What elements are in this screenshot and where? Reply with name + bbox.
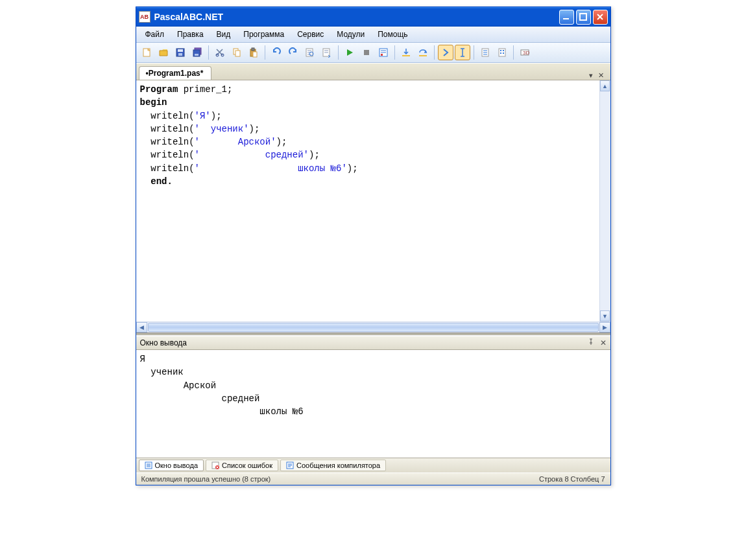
open-folder-icon — [158, 47, 169, 58]
svg-rect-21 — [381, 54, 383, 56]
status-bar: Компиляция прошла успешно (8 строк) Стро… — [136, 472, 610, 485]
output-line: Я — [140, 354, 145, 364]
scroll-right-icon[interactable]: ▶ — [599, 322, 610, 332]
tab-output[interactable]: Окно вывода — [139, 460, 204, 471]
open-button[interactable] — [156, 45, 171, 60]
writeln-call: writeln — [150, 163, 189, 174]
redo-button[interactable] — [285, 45, 301, 60]
minimize-icon — [562, 13, 570, 21]
format2-button[interactable] — [494, 45, 510, 60]
format1-button[interactable] — [477, 45, 493, 60]
svg-rect-8 — [195, 54, 199, 56]
paste-button[interactable] — [246, 45, 261, 60]
tab-errors[interactable]: Список ошибок — [206, 460, 278, 471]
menu-bar: Файл Правка Вид Программа Сервис Модули … — [136, 27, 610, 43]
scroll-down-icon[interactable]: ▼ — [600, 310, 610, 321]
compile-status: Компиляция прошла успешно (8 строк) — [141, 475, 539, 483]
output-tab-icon — [145, 461, 152, 469]
cut-button[interactable] — [212, 45, 228, 60]
doc-icon — [480, 47, 490, 58]
title-bar: AB PascalABC.NET — [136, 7, 610, 27]
code-editor[interactable]: Program primer_1; begin writeln('Я'); wr… — [136, 80, 599, 321]
pin-icon[interactable] — [588, 338, 595, 347]
writeln-call: writeln — [150, 150, 189, 160]
maximize-icon — [579, 13, 587, 21]
menu-service[interactable]: Сервис — [291, 28, 330, 41]
window-title: PascalABC.NET — [154, 12, 559, 22]
tab-label: Сообщения компилятора — [296, 461, 380, 469]
svg-rect-26 — [500, 50, 501, 51]
toolbar-separator — [434, 45, 435, 60]
settings-button[interactable]: 3D — [517, 45, 533, 60]
stepinto-button[interactable] — [398, 45, 414, 60]
run-button[interactable] — [342, 45, 357, 60]
replace-button[interactable] — [319, 45, 335, 60]
saveall-button[interactable] — [189, 45, 205, 60]
cursor-position: Строка 8 Столбец 7 — [539, 475, 605, 483]
compile-icon — [378, 47, 389, 58]
save-button[interactable] — [173, 45, 188, 60]
tab-label: •Program1.pas* — [146, 69, 204, 78]
close-button[interactable] — [593, 10, 608, 25]
tab-compiler-messages[interactable]: Сообщения компилятора — [280, 460, 386, 471]
string-literal: ученик — [200, 124, 243, 134]
tab-close[interactable]: ✕ — [598, 71, 604, 80]
horizontal-scrollbar[interactable]: ◀ ▶ — [136, 321, 610, 332]
stop-button[interactable] — [359, 45, 374, 60]
output-line: Арской — [140, 380, 217, 391]
svg-rect-28 — [500, 52, 501, 54]
svg-rect-25 — [499, 49, 505, 56]
find-button[interactable] — [302, 45, 318, 60]
scroll-left-icon[interactable]: ◀ — [136, 322, 147, 332]
svg-rect-15 — [253, 52, 257, 57]
errors-tab-icon — [211, 461, 219, 469]
svg-rect-4 — [178, 49, 183, 52]
close-icon — [596, 13, 604, 21]
undo-button[interactable] — [269, 45, 284, 60]
toggle1-button[interactable] — [438, 45, 453, 60]
stepover-button[interactable] — [415, 45, 431, 60]
cursor-icon — [457, 47, 468, 58]
svg-rect-27 — [503, 50, 504, 51]
menu-view[interactable]: Вид — [210, 28, 237, 41]
output-panel-title: Окно вывода — [140, 338, 588, 347]
toolbar-separator — [394, 45, 395, 60]
output-panel-body: Я ученик Арской средней школы №6 — [136, 350, 610, 458]
toolbar-separator — [513, 45, 514, 60]
menu-program[interactable]: Программа — [237, 28, 291, 41]
string-literal: средней — [200, 150, 304, 160]
code-text: primer_1; — [178, 84, 232, 95]
step-into-icon — [401, 47, 411, 58]
vertical-scrollbar[interactable]: ▲ ▼ — [599, 80, 610, 321]
toolbar-separator — [338, 45, 339, 60]
toolbar: 3D — [136, 43, 610, 63]
panel-close-icon[interactable]: ✕ — [600, 338, 607, 347]
floppy-icon — [175, 47, 186, 58]
scroll-up-icon[interactable]: ▲ — [600, 80, 610, 91]
menu-modules[interactable]: Модули — [330, 28, 371, 41]
menu-edit[interactable]: Правка — [171, 28, 210, 41]
svg-rect-12 — [235, 51, 240, 56]
compile-button[interactable] — [376, 45, 391, 60]
menu-help[interactable]: Помощь — [371, 28, 414, 41]
writeln-call: writeln — [150, 137, 189, 147]
tab-label: Список ошибок — [222, 461, 272, 469]
gear-icon: 3D — [520, 47, 530, 58]
toolbar-separator — [265, 45, 265, 60]
menu-file[interactable]: Файл — [139, 28, 171, 41]
new-button[interactable] — [139, 45, 154, 60]
new-file-icon — [141, 47, 152, 58]
copy-button[interactable] — [229, 45, 245, 60]
writeln-call: writeln — [150, 111, 189, 121]
minimize-button[interactable] — [559, 10, 574, 25]
scissors-icon — [215, 47, 225, 58]
maximize-button[interactable] — [576, 10, 591, 25]
toolbar-separator — [208, 45, 209, 60]
kw-end: end. — [150, 176, 173, 187]
string-literal: школы №6 — [200, 163, 341, 174]
tab-dropdown[interactable]: ▾ — [589, 71, 593, 80]
toggle2-button[interactable] — [455, 45, 470, 60]
file-tab[interactable]: •Program1.pas* — [139, 66, 212, 80]
messages-tab-icon — [286, 461, 294, 469]
scroll-thumb[interactable] — [148, 323, 599, 332]
